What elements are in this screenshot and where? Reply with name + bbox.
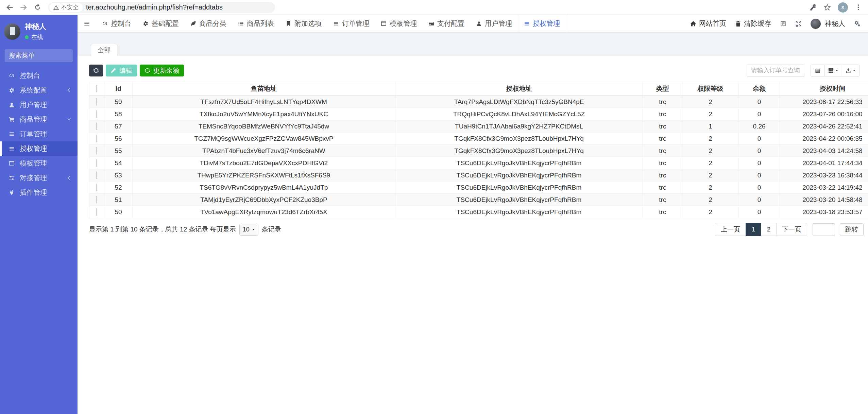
select-all-checkbox[interactable] (97, 85, 97, 92)
row-checkbox[interactable] (97, 171, 97, 179)
pager: 上一页12下一页 (715, 223, 807, 236)
page-button[interactable]: 2 (761, 223, 777, 236)
table-cell: 2023-03-22 14:19:42 (780, 182, 868, 194)
topbar-username[interactable]: 神秘人 (825, 19, 845, 28)
sidebar-item[interactable]: 控制台 (0, 68, 78, 83)
columns-button[interactable] (824, 65, 842, 76)
page-size-select[interactable]: 10 (239, 224, 258, 236)
table-cell: TGqkFX8Cfx3G9moX3pez8TLoubHpxL7HYq (395, 133, 643, 145)
docs-icon[interactable] (780, 20, 786, 27)
topnav-tab[interactable]: 控制台 (96, 15, 137, 32)
topnav-tab[interactable]: 基础配置 (137, 15, 185, 32)
edit-button[interactable]: 编辑 (106, 65, 137, 76)
topnav-tab-label: 模板管理 (390, 19, 417, 28)
refresh-button[interactable] (89, 65, 103, 76)
table-cell: 50 (104, 206, 133, 218)
topnav-tab[interactable]: 商品列表 (232, 15, 280, 32)
page-button[interactable]: 1 (746, 223, 761, 236)
sidebar-item[interactable]: 对接管理 (0, 171, 78, 185)
table-header-cell: 余额 (738, 82, 780, 96)
browser-profile-avatar[interactable]: s (838, 2, 848, 13)
clear-cache-link[interactable]: 清除缓存 (735, 19, 771, 28)
window-icon (9, 160, 15, 166)
back-icon[interactable] (6, 4, 13, 11)
table-cell: trc (643, 145, 682, 157)
table-cell: trc (643, 133, 682, 145)
forward-icon[interactable] (20, 4, 27, 11)
row-checkbox[interactable] (97, 184, 97, 191)
table-cell: 2023-03-20 14:58:48 (780, 194, 868, 206)
address-bar[interactable]: 不安全 ter.aozhouhg.net/admin.php/fish?ref=… (48, 2, 275, 13)
sidebar-profile: 神秘人 在线 (0, 15, 78, 46)
export-icon (846, 68, 851, 73)
browser-menu-dots-icon[interactable] (855, 4, 862, 11)
next-page-button[interactable]: 下一页 (776, 223, 807, 236)
bars-icon (333, 21, 339, 27)
update-balance-button[interactable]: 更新余额 (140, 65, 184, 76)
sidebar-item[interactable]: 模板管理 (0, 156, 78, 171)
topnav-tab-label: 商品列表 (247, 19, 274, 28)
cart-icon (9, 117, 15, 122)
topnav-tab-label: 用户管理 (485, 19, 512, 28)
user-name: 神秘人 (25, 22, 46, 31)
row-checkbox[interactable] (97, 122, 97, 130)
topnav-tab[interactable]: 订单管理 (327, 15, 375, 32)
row-checkbox[interactable] (97, 147, 97, 155)
topnav-tab[interactable]: 用户管理 (470, 15, 518, 32)
plug-icon (9, 190, 15, 195)
sidebar-item[interactable]: 系统配置 (0, 83, 78, 98)
sidebar-item[interactable]: 商品管理 (0, 112, 78, 127)
table-cell: 2023-04-26 22:52:41 (780, 120, 868, 133)
reload-icon[interactable] (34, 4, 41, 11)
site-home-link[interactable]: 网站首页 (690, 19, 726, 28)
row-checkbox[interactable] (97, 135, 97, 142)
table-cell: 0.26 (738, 120, 780, 133)
tab-all-label: 全部 (98, 46, 110, 55)
sidebar-item[interactable]: 订单管理 (0, 127, 78, 141)
topnav-tab[interactable]: 商品分类 (185, 15, 232, 32)
jump-page-input[interactable] (813, 223, 835, 236)
fullscreen-icon[interactable] (795, 20, 802, 27)
settings-gears-icon[interactable] (854, 20, 861, 27)
topnav-tab[interactable]: 附加选项 (280, 15, 327, 32)
row-checkbox[interactable] (97, 196, 97, 204)
row-checkbox[interactable] (97, 208, 97, 216)
export-button[interactable] (842, 65, 860, 76)
topnav-tab[interactable]: 支付配置 (423, 15, 470, 32)
table-cell: 2 (682, 133, 739, 145)
topnav-tab[interactable]: 授权管理 (518, 15, 566, 32)
user-avatar-mini[interactable] (811, 19, 821, 29)
sidebar-item[interactable]: 授权管理 (0, 141, 78, 156)
order-search-input[interactable] (747, 65, 805, 76)
table-cell: 2 (682, 182, 739, 194)
security-chip[interactable]: 不安全 (49, 3, 83, 12)
dashboard-icon (9, 73, 15, 79)
bookmark-star-icon[interactable] (824, 4, 831, 11)
tab-all[interactable]: 全部 (91, 44, 117, 56)
jump-button[interactable]: 跳转 (840, 223, 864, 236)
table-cell: TSCu6DEjkLvRgoJkVBhEKqjycrPFqfhRBm (395, 169, 643, 182)
sidebar-item[interactable]: 插件管理 (0, 185, 78, 200)
topnav-tab[interactable]: 模板管理 (375, 15, 423, 32)
table-cell: TGqkFX8Cfx3G9moX3pez8TLoubHpxL7HYq (395, 145, 643, 157)
url-text: ter.aozhouhg.net/admin.php/fish?ref=addt… (86, 3, 223, 11)
row-checkbox[interactable] (97, 98, 97, 106)
row-checkbox[interactable] (97, 159, 97, 167)
topnav-tab-label: 控制台 (111, 19, 131, 28)
sidebar-item[interactable]: 用户管理 (0, 98, 78, 112)
table-header-cell: 类型 (643, 82, 682, 96)
prev-page-button[interactable]: 上一页 (715, 223, 746, 236)
avatar[interactable] (4, 23, 20, 40)
row-checkbox-cell (89, 133, 104, 145)
table-cell: 2 (682, 194, 739, 206)
table-cell: trc (643, 96, 682, 108)
grid-icon (828, 68, 834, 73)
table-cell: 58 (104, 108, 133, 120)
table-cell: 2023-07-26 00:16:00 (780, 108, 868, 120)
password-key-icon[interactable] (810, 4, 817, 11)
row-checkbox[interactable] (97, 110, 97, 118)
detail-view-button[interactable] (811, 65, 825, 76)
hamburger-icon[interactable] (78, 15, 96, 32)
table-cell: 51 (104, 194, 133, 206)
security-label: 不安全 (61, 3, 79, 11)
